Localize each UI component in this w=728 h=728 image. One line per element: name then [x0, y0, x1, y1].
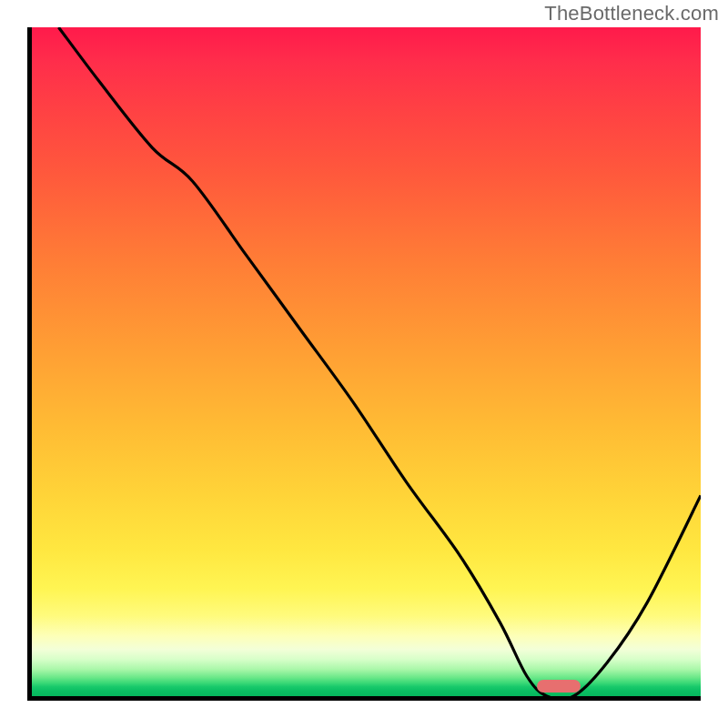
bottleneck-curve-svg — [32, 27, 701, 696]
optimal-zone-marker — [537, 680, 581, 693]
plot-area — [27, 27, 701, 701]
watermark-label: TheBottleneck.com — [544, 2, 719, 25]
chart-container: TheBottleneck.com — [0, 0, 728, 728]
bottleneck-curve — [58, 27, 701, 696]
